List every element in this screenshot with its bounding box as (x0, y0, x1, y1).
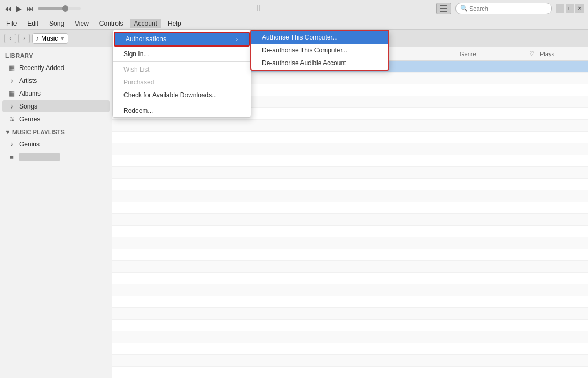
title-bar: ⏮ ▶ ⏭  🔍 — □ ✕ (0, 0, 588, 17)
table-row[interactable] (112, 273, 588, 284)
genius-icon: ♪ (7, 140, 16, 148)
back-button[interactable]: ‹ (4, 34, 16, 43)
close-button[interactable]: ✕ (575, 4, 584, 13)
artists-icon: ♪ (7, 76, 16, 84)
menu-edit[interactable]: Edit (23, 19, 43, 28)
sidebar-item-songs-label: Songs (19, 103, 37, 110)
account-menu-authorisations[interactable]: Authorisations › (115, 33, 249, 45)
menu-account[interactable]: Account (130, 19, 161, 28)
main-layout: Library ▦ Recently Added ♪ Artists ▦ Alb… (0, 47, 588, 378)
table-row[interactable] (112, 226, 588, 237)
rewind-button[interactable]: ⏮ (4, 4, 12, 13)
table-row[interactable] (112, 296, 588, 308)
table-row[interactable] (112, 155, 588, 167)
menu-view[interactable]: View (71, 19, 93, 28)
window-controls: — □ ✕ (556, 4, 584, 13)
forward-button[interactable]: › (18, 34, 30, 43)
music-selector[interactable]: ♪ Music ▼ (32, 33, 68, 44)
deauthorise-computer-label: De-authorise This Computer... (262, 47, 347, 54)
sidebar-item-genius[interactable]: ♪ Genius (2, 138, 110, 150)
menu-song[interactable]: Song (45, 19, 68, 28)
auth-submenu-deauthorise-audible[interactable]: De-authorise Audible Account (251, 57, 388, 70)
svg-rect-2 (440, 11, 447, 12)
table-row[interactable] (112, 120, 588, 132)
svg-rect-1 (440, 8, 447, 9)
playlists-header-label: Music Playlists (12, 129, 65, 135)
menu-bar: File Edit Song View Controls Account Hel… (0, 17, 588, 30)
auth-submenu-authorise-computer[interactable]: Authorise This Computer... (251, 31, 388, 44)
list-view-button[interactable] (436, 3, 451, 14)
account-dropdown: Authorisations › Sign In... Wish List Pu… (112, 30, 251, 118)
table-row[interactable] (112, 284, 588, 296)
account-menu-redeem[interactable]: Redeem... (113, 104, 251, 117)
sidebar-item-recently-added[interactable]: ▦ Recently Added (2, 61, 110, 74)
account-menu-check-downloads[interactable]: Check for Available Downloads... (113, 89, 251, 102)
table-row[interactable] (112, 143, 588, 155)
table-row[interactable] (112, 132, 588, 143)
table-row[interactable] (112, 367, 588, 378)
transport-controls: ⏮ ▶ ⏭ (4, 4, 81, 13)
play-button[interactable]: ▶ (16, 4, 22, 13)
table-row[interactable] (112, 308, 588, 320)
table-row[interactable] (112, 202, 588, 214)
table-row[interactable] (112, 331, 588, 343)
sidebar-item-genius-label: Genius (19, 141, 40, 148)
recently-added-icon: ▦ (7, 64, 16, 72)
table-row[interactable] (112, 261, 588, 273)
account-menu-signin[interactable]: Sign In... (113, 48, 251, 60)
authorisations-submenu: Authorise This Computer... De-authorise … (250, 30, 389, 71)
sidebar-item-songs[interactable]: ♪ Songs (2, 100, 110, 112)
sidebar-item-playlist1[interactable]: ≡ ████████ (2, 151, 110, 164)
sidebar-item-artists[interactable]: ♪ Artists (2, 74, 110, 87)
search-icon: 🔍 (460, 5, 468, 12)
search-box[interactable]: 🔍 (455, 3, 552, 14)
table-row[interactable] (112, 237, 588, 249)
volume-thumb (62, 5, 68, 12)
playlists-section-header[interactable]: ▼ Music Playlists (0, 126, 112, 137)
check-downloads-label: Check for Available Downloads... (123, 91, 217, 99)
playlists-collapse-arrow: ▼ (5, 129, 10, 135)
table-row[interactable] (112, 320, 588, 331)
table-row[interactable] (112, 190, 588, 202)
svg-rect-0 (440, 5, 447, 6)
account-menu-purchased: Purchased (113, 76, 251, 89)
fastforward-button[interactable]: ⏭ (26, 4, 34, 13)
purchased-label: Purchased (123, 79, 154, 86)
sidebar-item-playlist1-label: ████████ (19, 153, 60, 161)
signin-label: Sign In... (123, 50, 149, 58)
table-row[interactable] (112, 249, 588, 261)
authorisations-label: Authorisations (126, 35, 166, 43)
menu-controls[interactable]: Controls (95, 19, 128, 28)
dropdown-separator-1 (113, 61, 251, 62)
table-row[interactable] (112, 167, 588, 179)
sidebar-item-albums-label: Albums (19, 90, 41, 97)
auth-submenu-deauthorise-computer[interactable]: De-authorise This Computer... (251, 44, 388, 57)
sidebar-item-albums[interactable]: ▦ Albums (2, 87, 110, 99)
col-header-genre: Genre (460, 51, 524, 57)
menu-file[interactable]: File (2, 19, 21, 28)
albums-icon: ▦ (7, 89, 16, 97)
minimize-button[interactable]: — (556, 4, 564, 13)
dropdown-separator-2 (113, 103, 251, 103)
table-row[interactable] (112, 214, 588, 226)
genres-icon: ≋ (7, 115, 16, 123)
menu-help[interactable]: Help (164, 19, 185, 28)
sidebar-item-genres[interactable]: ≋ Genres (2, 113, 110, 125)
table-row[interactable] (112, 355, 588, 367)
table-row[interactable] (112, 343, 588, 355)
search-input[interactable] (469, 5, 544, 12)
songs-icon: ♪ (7, 102, 16, 110)
wishlist-label: Wish List (123, 66, 150, 73)
table-row[interactable] (112, 179, 588, 190)
library-header: Library (0, 47, 112, 61)
deauthorise-audible-label: De-authorise Audible Account (262, 59, 346, 67)
sidebar-item-recently-added-label: Recently Added (19, 64, 64, 72)
col-header-plays: Plays (540, 51, 583, 57)
list-icon (440, 5, 447, 12)
maximize-button[interactable]: □ (566, 4, 574, 13)
music-note-icon: ♪ (36, 35, 39, 42)
volume-slider[interactable] (38, 7, 81, 10)
submenu-arrow-icon: › (236, 36, 238, 42)
playlist-icon: ≡ (7, 153, 16, 161)
account-menu-wishlist: Wish List (113, 63, 251, 76)
